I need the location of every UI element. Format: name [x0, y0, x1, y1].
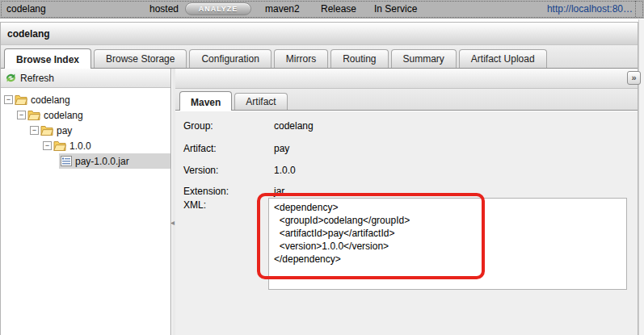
- repo-type-cell: hosted: [149, 3, 179, 15]
- repository-detail-panel: codelang Browse Index Browse Storage Con…: [0, 22, 638, 335]
- tab-routing[interactable]: Routing: [330, 49, 388, 68]
- group-value: codelang: [274, 120, 314, 132]
- tab-artifact-upload[interactable]: Artifact Upload: [459, 49, 547, 68]
- tab-configuration[interactable]: Configuration: [189, 49, 271, 68]
- tree-node-label: codelang: [44, 110, 83, 121]
- expand-panel-button[interactable]: »: [627, 71, 641, 85]
- version-value: 1.0.0: [274, 165, 296, 176]
- tree-node-label: pay: [57, 125, 72, 136]
- tree-node-jar-file[interactable]: pay-1.0.0.jar: [1, 153, 170, 169]
- folder-open-icon: [15, 94, 27, 105]
- refresh-label: Refresh: [20, 73, 54, 84]
- tab-summary[interactable]: Summary: [391, 49, 457, 68]
- tree-node-codelang-group[interactable]: − codelang: [1, 107, 170, 123]
- tab-browse-storage[interactable]: Browse Storage: [94, 49, 187, 68]
- browse-index-body: Refresh − codelang −: [1, 69, 638, 335]
- repository-grid-row[interactable]: codelang hosted ANALYZE maven2 Release I…: [0, 0, 644, 19]
- folder-open-icon: [27, 110, 40, 120]
- tab-mirrors[interactable]: Mirrors: [274, 49, 328, 68]
- maven-info-form: Group: codelang Artifact: pay Version: 1…: [175, 111, 638, 335]
- version-label: Version:: [183, 165, 218, 176]
- xml-label: XML:: [183, 199, 206, 211]
- analyze-button[interactable]: ANALYZE: [185, 2, 251, 15]
- folder-open-icon: [40, 125, 53, 136]
- tree-node-label: codelang: [31, 94, 70, 106]
- folder-open-icon: [53, 140, 66, 151]
- tree-node-version[interactable]: − 1.0.0: [1, 138, 170, 153]
- index-tree-panel: Refresh − codelang −: [1, 69, 171, 335]
- extension-label: Extension:: [183, 186, 229, 197]
- collapse-node-icon[interactable]: −: [43, 141, 52, 150]
- collapse-node-icon[interactable]: −: [30, 126, 39, 135]
- artifact-label: Artifact:: [183, 143, 217, 154]
- tree-node-codelang-root[interactable]: − codelang: [1, 92, 170, 107]
- collapse-node-icon[interactable]: −: [17, 111, 26, 119]
- repo-format-cell: maven2: [265, 3, 300, 15]
- xml-dependency-textarea[interactable]: <dependency> <groupId>codelang</groupId>…: [268, 198, 627, 290]
- artifact-value: pay: [274, 143, 289, 154]
- tree-node-label: 1.0.0: [69, 140, 91, 152]
- tree-node-pay[interactable]: − pay: [1, 123, 170, 138]
- refresh-button[interactable]: Refresh: [1, 69, 170, 88]
- detail-toolbar: »: [175, 69, 638, 89]
- detail-tab-bar: Maven Artifact: [175, 89, 638, 111]
- extension-value: jar: [274, 186, 284, 197]
- cell-divider: [635, 1, 636, 17]
- splitter-collapse-icon[interactable]: ◂: [170, 219, 175, 227]
- scrollbar-gutter[interactable]: [638, 19, 644, 335]
- tab-browse-index[interactable]: Browse Index: [4, 48, 91, 69]
- group-label: Group:: [183, 120, 213, 132]
- tab-artifact[interactable]: Artifact: [234, 93, 287, 110]
- refresh-icon: [5, 72, 17, 84]
- index-tree: − codelang −: [1, 88, 170, 169]
- collapse-node-icon[interactable]: −: [4, 95, 13, 104]
- artifact-detail-panel: » Maven Artifact Group: codelang Artifac…: [175, 69, 638, 335]
- tree-node-label: pay-1.0.0.jar: [75, 156, 129, 167]
- panel-title: codelang: [1, 23, 638, 45]
- tab-maven[interactable]: Maven: [179, 91, 232, 111]
- repo-policy-cell: Release: [321, 3, 356, 15]
- repo-url-link[interactable]: http://localhost:80…: [547, 3, 633, 15]
- jar-file-icon: [61, 156, 72, 166]
- repository-tab-bar: Browse Index Browse Storage Configuratio…: [1, 45, 638, 69]
- repo-status-cell: In Service: [374, 3, 417, 15]
- repo-name-cell: codelang: [6, 3, 46, 15]
- repo-url-cell: http://localhost:80…: [547, 3, 633, 15]
